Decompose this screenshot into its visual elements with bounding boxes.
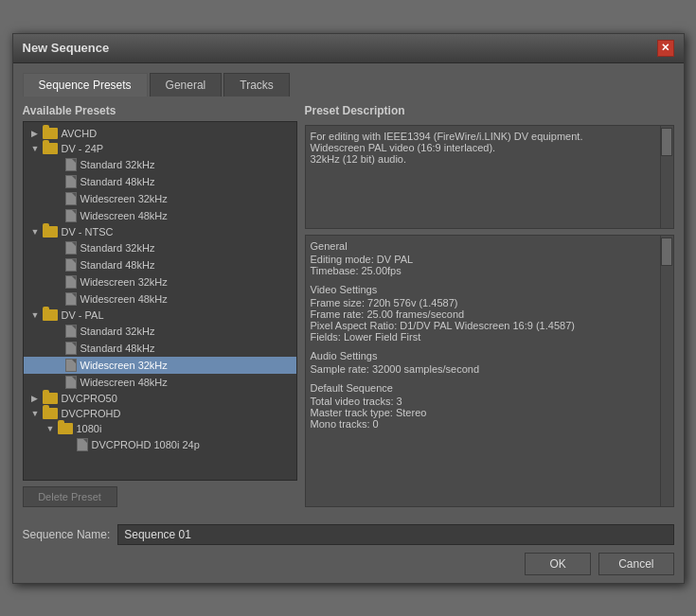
video-settings-section: Video Settings Frame size: 720h 576v (1.… — [311, 284, 669, 343]
file-icon — [65, 209, 77, 222]
tree-item-dvcpro50[interactable]: ▶ DVCPRO50 — [24, 391, 296, 406]
tree-item-dv24p-wide48[interactable]: Widescreen 48kHz — [24, 207, 296, 224]
preset-description-text: For editing with IEEE1394 (FireWire/i.LI… — [311, 131, 583, 165]
expand-arrow-dv24p: ▼ — [31, 144, 43, 153]
main-content: Available Presets ▶ AVCHD — [23, 104, 674, 507]
expand-arrow-dvcprohd: ▼ — [31, 409, 43, 418]
tree-item-dvcprohd[interactable]: ▼ DVCPROHD — [24, 406, 296, 421]
tree-label-avchd: AVCHD — [62, 128, 98, 139]
preset-description-title: Preset Description — [305, 104, 674, 117]
tree-item-dv24p-std48[interactable]: Standard 48kHz — [24, 173, 296, 190]
file-icon — [65, 275, 77, 289]
cancel-button[interactable]: Cancel — [598, 553, 673, 575]
tree-label-dv24p: DV - 24P — [62, 143, 104, 154]
frame-rate-text: Frame rate: 25.00 frames/second — [311, 308, 669, 320]
default-sequence-section: Default Sequence Total video tracks: 3 M… — [311, 382, 669, 430]
frame-size-text: Frame size: 720h 576v (1.4587) — [311, 297, 669, 308]
expand-arrow-dvcpro50: ▶ — [31, 394, 43, 403]
file-icon — [65, 258, 77, 272]
left-panel: Available Presets ▶ AVCHD — [23, 104, 297, 507]
tree-item-dvpal-wide48[interactable]: Widescreen 48kHz — [24, 374, 296, 391]
tree-item-dvpal[interactable]: ▼ DV - PAL — [24, 308, 296, 323]
total-video-tracks-text: Total video tracks: 3 — [311, 396, 669, 407]
file-icon — [77, 438, 88, 451]
file-icon — [65, 342, 77, 355]
audio-settings-section: Audio Settings Sample rate: 32000 sample… — [311, 350, 669, 375]
right-panel: Preset Description For editing with IEEE… — [305, 104, 674, 507]
tree-item-dvcprohd-1080i-24p[interactable]: DVCPROHD 1080i 24p — [24, 436, 296, 453]
file-icon — [65, 192, 77, 205]
tree-item-dvntsc-wide32[interactable]: Widescreen 32kHz — [24, 273, 296, 290]
preset-description-box: For editing with IEEE1394 (FireWire/i.LI… — [305, 125, 674, 229]
tree-label-dvcprohd: DVCPROHD — [62, 408, 121, 419]
expand-arrow-dvpal: ▼ — [31, 310, 43, 320]
general-section: General Editing mode: DV PAL Timebase: 2… — [311, 240, 669, 276]
tree-item-dvpal-std48[interactable]: Standard 48kHz — [24, 340, 296, 357]
sample-rate-text: Sample rate: 32000 samples/second — [311, 363, 669, 375]
file-icon — [65, 241, 77, 255]
tree-item-avchd[interactable]: ▶ AVCHD — [24, 126, 296, 141]
tree-item-dvntsc-std32[interactable]: Standard 32kHz — [24, 239, 296, 256]
mono-tracks-text: Mono tracks: 0 — [311, 418, 669, 430]
file-icon — [65, 376, 77, 389]
details-scrollbar-thumb — [661, 238, 672, 266]
tree-item-dv24p[interactable]: ▼ DV - 24P — [24, 141, 296, 156]
dialog-body: Sequence Presets General Tracks Availabl… — [13, 63, 684, 517]
tree-item-dvcprohd-1080i[interactable]: ▼ 1080i — [24, 421, 296, 436]
description-scrollbar[interactable] — [660, 126, 673, 228]
tree-item-dvpal-wide32[interactable]: Widescreen 32kHz — [24, 357, 296, 374]
folder-icon-dvcprohd — [43, 408, 58, 419]
folder-icon-dv24p — [43, 143, 58, 154]
tree-item-dvntsc[interactable]: ▼ DV - NTSC — [24, 224, 296, 239]
details-scrollbar[interactable] — [660, 236, 673, 506]
folder-icon-avchd — [43, 128, 58, 139]
tree-item-dvntsc-std48[interactable]: Standard 48kHz — [24, 256, 296, 273]
fields-text: Fields: Lower Field First — [311, 331, 669, 343]
delete-preset-button[interactable]: Delete Preset — [23, 486, 117, 507]
title-bar: New Sequence ✕ — [13, 34, 684, 63]
pixel-aspect-text: Pixel Aspect Ratio: D1/DV PAL Widescreen… — [311, 320, 669, 331]
expand-arrow-avchd: ▶ — [31, 129, 43, 138]
sequence-name-input[interactable] — [117, 524, 673, 545]
default-sequence-label: Default Sequence — [311, 382, 669, 394]
tree-item-dvpal-std32[interactable]: Standard 32kHz — [24, 323, 296, 340]
audio-settings-label: Audio Settings — [311, 350, 669, 361]
tree-item-dvntsc-wide48[interactable]: Widescreen 48kHz — [24, 290, 296, 308]
tree-label-dvcpro50: DVCPRO50 — [62, 393, 117, 404]
file-icon — [65, 359, 77, 372]
close-button[interactable]: ✕ — [657, 40, 674, 57]
preset-details-box: General Editing mode: DV PAL Timebase: 2… — [305, 235, 674, 507]
tab-general[interactable]: General — [150, 73, 223, 97]
sequence-name-row: Sequence Name: — [23, 524, 674, 545]
presets-tree-container: ▶ AVCHD ▼ DV - 24P — [23, 121, 297, 481]
tab-bar: Sequence Presets General Tracks — [23, 73, 674, 97]
presets-tree-scroll[interactable]: ▶ AVCHD ▼ DV - 24P — [24, 122, 296, 480]
folder-icon-1080i — [58, 423, 73, 434]
file-icon — [65, 158, 77, 171]
footer: Sequence Name: OK Cancel — [13, 517, 684, 583]
button-row: OK Cancel — [23, 553, 674, 575]
dialog-title: New Sequence — [23, 41, 110, 55]
sequence-name-label: Sequence Name: — [23, 528, 111, 541]
tree-item-dv24p-std32[interactable]: Standard 32kHz — [24, 156, 296, 173]
editing-mode-text: Editing mode: DV PAL — [311, 254, 669, 265]
timebase-text: Timebase: 25.00fps — [311, 265, 669, 276]
tree-label-dvpal: DV - PAL — [62, 309, 104, 321]
file-icon — [65, 325, 77, 338]
tree-item-dv24p-wide32[interactable]: Widescreen 32kHz — [24, 190, 296, 207]
new-sequence-dialog: New Sequence ✕ Sequence Presets General … — [12, 33, 685, 584]
tab-tracks[interactable]: Tracks — [223, 73, 290, 97]
master-track-type-text: Master track type: Stereo — [311, 407, 669, 418]
available-presets-title: Available Presets — [23, 104, 297, 117]
tab-sequence-presets[interactable]: Sequence Presets — [23, 73, 148, 97]
folder-icon-dvpal — [43, 309, 58, 321]
video-settings-label: Video Settings — [311, 284, 669, 295]
folder-icon-dvntsc — [43, 226, 58, 238]
file-icon — [65, 292, 77, 306]
folder-icon-dvcpro50 — [43, 393, 58, 404]
tree-label-dvntsc: DV - NTSC — [62, 226, 114, 238]
description-scrollbar-thumb — [661, 128, 672, 156]
ok-button[interactable]: OK — [525, 553, 591, 575]
expand-arrow-dvntsc: ▼ — [31, 227, 43, 237]
general-label: General — [311, 240, 669, 252]
